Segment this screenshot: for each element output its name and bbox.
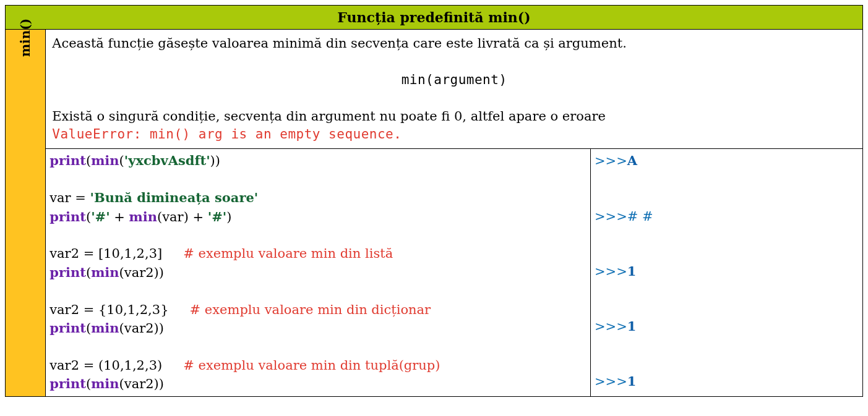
code-line-8: var2 = (10,1,2,3)# exemplu valoare min d… — [49, 356, 587, 375]
output-line-1: >>>A — [595, 151, 859, 170]
desc-paragraph-2: Există o singură condiție, secvența din … — [52, 108, 856, 125]
output-line-5: >>>1 — [595, 372, 859, 391]
code-cell: print(min('yxcbvAsdft')) var = 'Bună dim… — [46, 149, 591, 397]
header-title: Funcția predefinită min() — [337, 9, 530, 25]
doc-table: Funcția predefinită min() min() Această … — [5, 5, 863, 397]
code-line-5: print(min(var2)) — [49, 263, 587, 282]
table-header: Funcția predefinită min() — [6, 6, 863, 30]
code-line-6: var2 = {10,1,2,3}# exemplu valoare min d… — [49, 300, 587, 319]
code-line-9: print(min(var2)) — [49, 375, 587, 393]
code-line-1: print(min('yxcbvAsdft')) — [49, 151, 587, 170]
error-message: ValueError: min() arg is an empty sequen… — [52, 125, 856, 143]
signature: min(argument) — [52, 71, 856, 89]
output-cell: >>>A >>># # >>>1 >>>1 >>>1 — [591, 149, 863, 397]
sidebar-cell: min() — [6, 30, 46, 397]
code-line-2: var = 'Bună dimineața soare' — [49, 189, 587, 207]
code-line-4: var2 = [10,1,2,3]# exemplu valoare min d… — [49, 244, 587, 263]
sidebar-label: min() — [18, 19, 33, 57]
code-line-3: print('#' + min(var) + '#') — [49, 208, 587, 226]
output-line-2: >>># # — [595, 207, 859, 226]
code-line-7: print(min(var2)) — [49, 319, 587, 337]
output-line-3: >>>1 — [595, 262, 859, 281]
desc-paragraph-1: Această funcție găsește valoarea minimă … — [52, 35, 856, 53]
description-cell: Această funcție găsește valoarea minimă … — [46, 30, 863, 149]
output-line-4: >>>1 — [595, 317, 859, 336]
